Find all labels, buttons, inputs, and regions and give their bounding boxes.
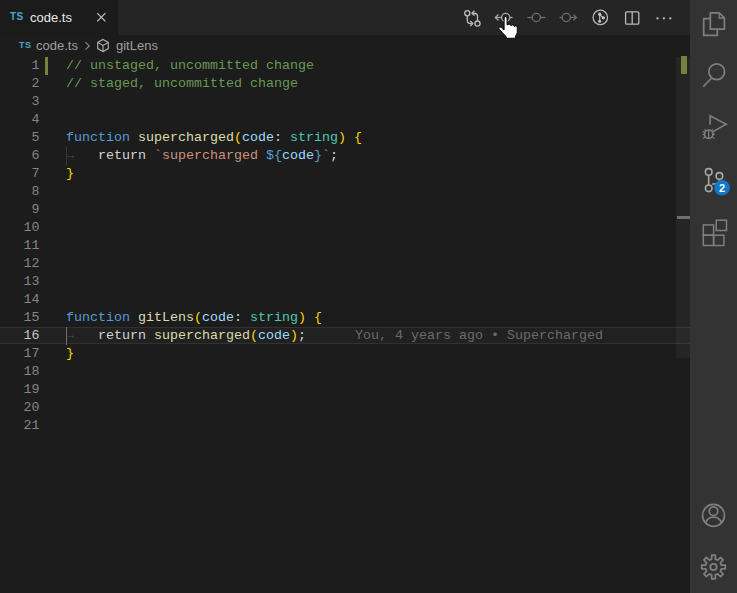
svg-text:2: 2 <box>719 182 725 194</box>
